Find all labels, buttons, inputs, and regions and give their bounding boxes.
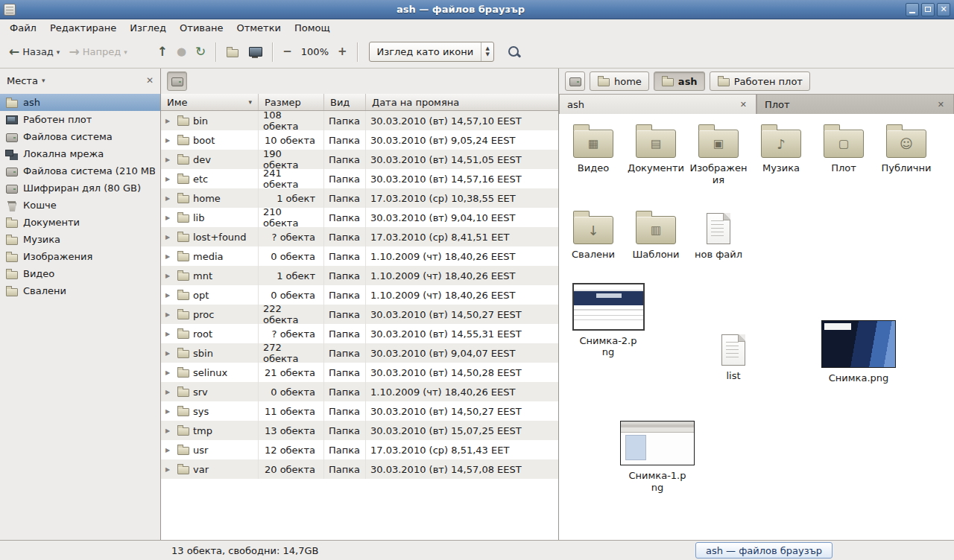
search-button[interactable]: [503, 42, 525, 63]
expander-icon[interactable]: ▶: [165, 389, 174, 395]
close-button[interactable]: ✕: [937, 3, 950, 16]
back-dropdown-icon[interactable]: ▾: [57, 48, 60, 56]
expander-icon[interactable]: ▶: [165, 118, 174, 124]
reload-button[interactable]: ↻: [191, 42, 210, 62]
breadcrumb-button[interactable]: ash: [654, 71, 705, 91]
chevron-down-icon[interactable]: ▾: [42, 77, 45, 84]
column-header[interactable]: Размер ▾: [259, 94, 324, 110]
menu-item[interactable]: Отиване: [173, 21, 230, 35]
menu-item[interactable]: Редактиране: [43, 21, 123, 35]
root-breadcrumb-button[interactable]: [565, 71, 585, 91]
view-mode-select[interactable]: Изглед като икони ▲▼: [369, 42, 495, 62]
table-row[interactable]: ▶ mnt 1 обект Папка 1.10.2009 (чт) 18,40…: [161, 266, 558, 285]
tab[interactable]: ash ✕: [559, 94, 756, 114]
window-list-button[interactable]: ash — файлов браузър: [695, 542, 833, 559]
table-row[interactable]: ▶ sbin 272 обекта Папка 30.03.2010 (вт) …: [161, 343, 558, 363]
table-row[interactable]: ▶ tmp 13 обекта Папка 30.03.2010 (вт) 15…: [161, 421, 558, 440]
tab[interactable]: Плот ✕: [756, 94, 954, 114]
sidebar-title[interactable]: Места: [7, 75, 38, 86]
root-breadcrumb-button[interactable]: [167, 71, 187, 91]
table-row[interactable]: ▶ boot 10 обекта Папка 30.03.2010 (вт) 9…: [161, 130, 558, 150]
expander-icon[interactable]: ▶: [165, 331, 174, 337]
sidebar-item[interactable]: Шифриран дял (80 GB): [0, 179, 160, 197]
sidebar-item[interactable]: Свалени: [0, 282, 160, 299]
column-header[interactable]: Дата на промяна ▾: [366, 94, 558, 110]
table-row[interactable]: ▶ lost+found ? обекта Папка 17.03.2010 (…: [161, 227, 558, 246]
expander-icon[interactable]: ▶: [165, 137, 174, 144]
expander-icon[interactable]: ▶: [165, 369, 174, 376]
table-row[interactable]: ▶ dev 190 обекта Папка 30.03.2010 (вт) 1…: [161, 150, 558, 169]
icon-grid-item[interactable]: Видео: [562, 123, 625, 174]
expander-icon[interactable]: ▶: [165, 427, 174, 434]
sidebar-close-button[interactable]: ✕: [146, 75, 154, 86]
table-row[interactable]: ▶ proc 222 обекта Папка 30.03.2010 (вт) …: [161, 305, 558, 324]
expander-icon[interactable]: ▶: [165, 234, 174, 241]
tab-close-icon[interactable]: ✕: [739, 100, 748, 109]
table-row[interactable]: ▶ etc 241 обекта Папка 30.03.2010 (вт) 1…: [161, 169, 558, 188]
sidebar-item[interactable]: Файлова система: [0, 128, 160, 145]
maximize-button[interactable]: [921, 3, 935, 16]
table-row[interactable]: ▶ bin 108 обекта Папка 30.03.2010 (вт) 1…: [161, 111, 558, 130]
table-row[interactable]: ▶ opt 0 обекта Папка 1.10.2009 (чт) 18,4…: [161, 285, 558, 305]
icon-grid-item[interactable]: Плот: [812, 123, 875, 174]
sidebar-item[interactable]: Файлова система (210 MB): [0, 162, 160, 179]
home-button[interactable]: [221, 42, 244, 62]
expander-icon[interactable]: ▶: [165, 176, 174, 182]
expander-icon[interactable]: ▶: [165, 253, 174, 260]
table-row[interactable]: ▶ srv 0 обекта Папка 1.10.2009 (чт) 18,4…: [161, 382, 558, 401]
table-row[interactable]: ▶ var 20 обекта Папка 30.03.2010 (вт) 14…: [161, 459, 558, 479]
menu-item[interactable]: Изглед: [123, 21, 173, 35]
expander-icon[interactable]: ▶: [165, 408, 174, 415]
sidebar-item[interactable]: Кошче: [0, 197, 160, 214]
icon-grid-item[interactable]: Музика: [750, 123, 812, 174]
menu-item[interactable]: Файл: [3, 21, 43, 35]
tab-close-icon[interactable]: ✕: [936, 100, 946, 109]
zoom-out-button[interactable]: −: [278, 42, 297, 61]
forward-button[interactable]: → Напред ▾: [64, 42, 131, 62]
expander-icon[interactable]: ▶: [165, 466, 174, 473]
sidebar-item[interactable]: Видео: [0, 265, 160, 282]
icon-view[interactable]: Видео Документи Изображения: [559, 114, 954, 540]
titlebar[interactable]: ash — файлов браузър ✕: [0, 0, 954, 19]
sidebar-item[interactable]: Изображения: [0, 248, 160, 265]
sidebar-item[interactable]: Работен плот: [0, 111, 160, 128]
sidebar-item[interactable]: Документи: [0, 214, 160, 231]
table-row[interactable]: ▶ sys 11 обекта Папка 30.03.2010 (вт) 14…: [161, 401, 558, 421]
table-row[interactable]: ▶ selinux 21 обекта Папка 30.03.2010 (вт…: [161, 363, 558, 382]
stop-button[interactable]: ●: [172, 42, 191, 61]
expander-icon[interactable]: ▶: [165, 350, 174, 357]
table-row[interactable]: ▶ home 1 обект Папка 17.03.2010 (ср) 10,…: [161, 188, 558, 208]
icon-grid-item[interactable]: Документи: [625, 123, 687, 174]
column-header[interactable]: Вид ▾: [324, 94, 366, 110]
back-button[interactable]: ← Назад ▾: [4, 42, 64, 62]
sidebar-item[interactable]: Локална мрежа: [0, 145, 160, 162]
expander-icon[interactable]: ▶: [165, 447, 174, 454]
menu-item[interactable]: Отметки: [230, 21, 287, 35]
menu-item[interactable]: Помощ: [288, 21, 337, 35]
icon-grid-item[interactable]: Шаблони: [625, 209, 687, 261]
combo-arrows-icon[interactable]: ▲▼: [481, 42, 493, 61]
table-row[interactable]: ▶ usr 12 обекта Папка 17.03.2010 (ср) 8,…: [161, 440, 558, 459]
column-header[interactable]: Име ▾: [161, 94, 259, 110]
sidebar-item[interactable]: Музика: [0, 231, 160, 248]
breadcrumb-button[interactable]: Работен плот: [710, 71, 810, 91]
sidebar-item[interactable]: ash: [0, 94, 160, 111]
breadcrumb-button[interactable]: home: [590, 71, 649, 91]
icon-grid-item[interactable]: Публични: [875, 123, 938, 174]
icon-grid-item[interactable]: Снимка-1.png: [616, 421, 699, 493]
icon-grid-item[interactable]: Изображения: [687, 123, 750, 185]
table-row[interactable]: ▶ lib 210 обекта Папка 30.03.2010 (вт) 9…: [161, 208, 558, 227]
zoom-in-button[interactable]: +: [333, 42, 352, 61]
icon-grid-item[interactable]: Снимка.png: [817, 320, 900, 384]
up-button[interactable]: ↑: [153, 42, 172, 62]
icon-grid-item[interactable]: Снимка-2.png: [566, 283, 650, 358]
computer-button[interactable]: [244, 42, 267, 62]
minimize-button[interactable]: [906, 3, 919, 16]
expander-icon[interactable]: ▶: [165, 156, 174, 163]
expander-icon[interactable]: ▶: [165, 195, 174, 202]
expander-icon[interactable]: ▶: [165, 311, 174, 318]
expander-icon[interactable]: ▶: [165, 214, 174, 221]
table-row[interactable]: ▶ media 0 обекта Папка 1.10.2009 (чт) 18…: [161, 246, 558, 266]
expander-icon[interactable]: ▶: [165, 273, 174, 279]
icon-grid-item[interactable]: нов файл: [687, 209, 750, 261]
